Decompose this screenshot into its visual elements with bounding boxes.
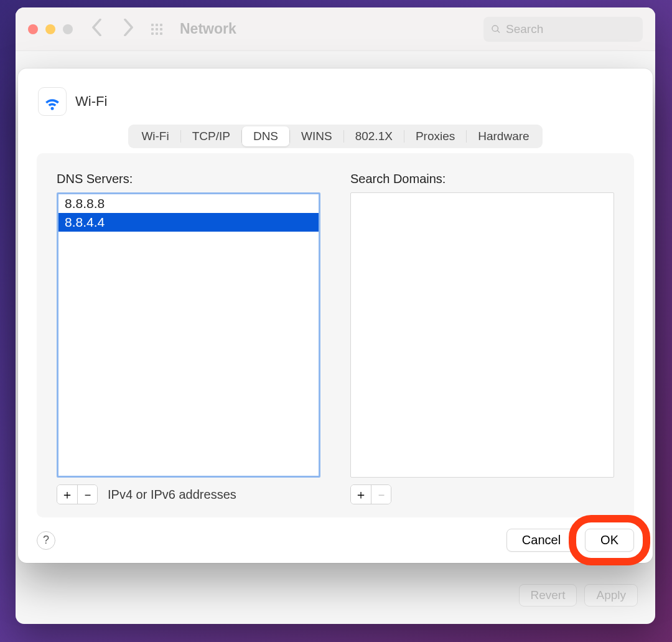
search-placeholder: Search — [506, 22, 543, 36]
minimize-window-icon[interactable] — [45, 24, 55, 34]
ok-button[interactable]: OK — [585, 529, 634, 552]
wifi-icon — [38, 87, 67, 116]
dns-server-row[interactable]: 8.8.4.4 — [58, 213, 319, 232]
dns-panel: DNS Servers: 8.8.8.88.8.4.4 ＋ － IPv4 or … — [37, 153, 634, 517]
traffic-lights — [28, 24, 73, 34]
tab-wifi[interactable]: Wi-Fi — [130, 126, 180, 146]
dns-server-row[interactable]: 8.8.8.8 — [58, 194, 319, 213]
help-button[interactable]: ? — [37, 531, 55, 550]
tab-hardware[interactable]: Hardware — [467, 126, 540, 146]
search-icon — [491, 24, 501, 34]
tab-wins[interactable]: WINS — [290, 126, 343, 146]
dns-hint: IPv4 or IPv6 addresses — [108, 488, 236, 502]
tab-bar: Wi-Fi TCP/IP DNS WINS 802.1X Proxies Har… — [128, 125, 542, 148]
show-all-icon[interactable] — [151, 24, 162, 35]
dns-servers-list[interactable]: 8.8.8.88.8.4.4 — [57, 192, 320, 478]
zoom-window-icon — [63, 24, 73, 34]
domain-add-button[interactable]: ＋ — [351, 485, 371, 504]
tab-dns[interactable]: DNS — [242, 126, 289, 146]
domain-remove-button: － — [371, 485, 391, 504]
tab-proxies[interactable]: Proxies — [404, 126, 466, 146]
dns-remove-button[interactable]: － — [77, 485, 97, 504]
apply-button[interactable]: Apply — [584, 584, 638, 607]
close-window-icon[interactable] — [28, 24, 38, 34]
back-icon[interactable] — [91, 19, 102, 39]
search-domains-list[interactable] — [350, 192, 614, 478]
sheet-title: Wi-Fi — [75, 93, 107, 110]
cancel-button[interactable]: Cancel — [506, 529, 576, 552]
titlebar: Network Search — [16, 7, 655, 51]
revert-button[interactable]: Revert — [519, 584, 577, 607]
window-title: Network — [180, 21, 483, 37]
forward-icon[interactable] — [123, 19, 134, 39]
dns-add-button[interactable]: ＋ — [57, 485, 77, 504]
dns-servers-label: DNS Servers: — [57, 172, 320, 186]
search-input[interactable]: Search — [483, 17, 643, 42]
tab-tcpip[interactable]: TCP/IP — [181, 126, 241, 146]
search-domains-label: Search Domains: — [350, 172, 614, 186]
tab-8021x[interactable]: 802.1X — [344, 126, 404, 146]
network-advanced-sheet: Wi-Fi Wi-Fi TCP/IP DNS WINS 802.1X Proxi… — [18, 68, 653, 563]
